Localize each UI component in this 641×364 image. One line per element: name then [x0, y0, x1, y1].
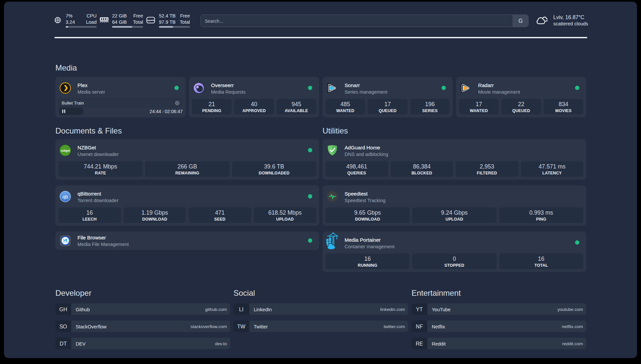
- svg-text:qb: qb: [62, 194, 68, 199]
- svg-text:nzbget: nzbget: [61, 149, 70, 152]
